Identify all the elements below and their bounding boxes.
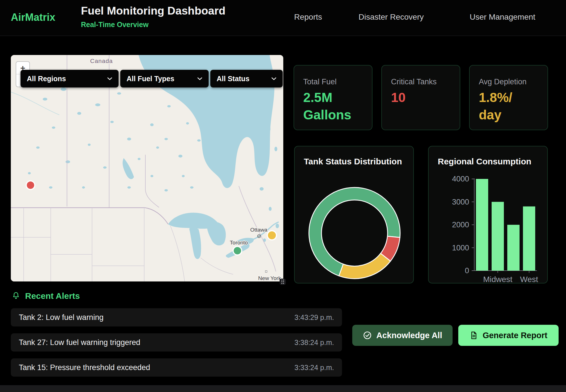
new-york-city-marker-icon — [265, 271, 267, 272]
regional-consumption-chart-card: Regional Consumption 01000200030004000Mi… — [428, 146, 548, 283]
y-tick-label: 2000 — [452, 220, 469, 229]
stat-value: 10 — [391, 89, 406, 106]
resize-handle-icon[interactable] — [280, 279, 286, 285]
page-subtitle: Real-Time Overview — [81, 21, 148, 29]
map-label-toronto: Toronto — [230, 240, 248, 246]
alert-row[interactable]: Tank 27: Low fuel warning triggered3:38:… — [11, 333, 342, 352]
stat-card-total-fuel: Total Fuel 2.5M Gallons — [294, 65, 372, 130]
tank-status-chart-card: Tank Status Distribution — [294, 146, 414, 283]
tank-marker-warning[interactable] — [267, 231, 276, 240]
donut-slice[interactable] — [339, 253, 390, 279]
stat-value: 2.5M Gallons — [303, 89, 351, 123]
map-canvas[interactable]: Canada Ottawa Toronto New York — [11, 55, 283, 281]
check-circle-icon — [363, 331, 372, 340]
app-header: AirMatrix Fuel Monitoring Dashboard Real… — [0, 0, 566, 36]
status-filter-dropdown[interactable]: All Status — [210, 70, 283, 87]
stat-label: Avg Depletion — [479, 77, 527, 86]
alert-row[interactable]: Tank 15: Pressure threshold exceeded3:33… — [11, 358, 342, 377]
alert-time: 3:43:29 p.m. — [294, 313, 334, 322]
alert-time: 3:38:24 p.m. — [294, 338, 334, 347]
tank-marker-critical[interactable] — [26, 181, 35, 189]
nav-disaster-recovery[interactable]: Disaster Recovery — [359, 13, 424, 22]
acknowledge-all-label: Acknowledge All — [376, 331, 442, 340]
bell-icon — [11, 291, 21, 301]
fuel-type-filter-dropdown[interactable]: All Fuel Types — [120, 70, 209, 87]
y-tick-label: 0 — [465, 266, 469, 275]
fuel-type-filter-value: All Fuel Types — [127, 75, 174, 83]
y-tick-label: 4000 — [452, 175, 469, 183]
alert-text: Tank 27: Low fuel warning triggered — [19, 338, 140, 347]
generate-report-label: Generate Report — [482, 331, 547, 340]
alerts-list: Tank 2: Low fuel warning3:43:29 p.m.Tank… — [11, 308, 342, 383]
bottom-bar — [0, 385, 566, 392]
alerts-header: Recent Alerts — [11, 291, 80, 301]
stat-value: 1.8%/ day — [479, 89, 512, 123]
fuel-monitoring-dashboard: AirMatrix Fuel Monitoring Dashboard Real… — [0, 0, 566, 392]
bar[interactable] — [476, 179, 488, 271]
bar-chart: 01000200030004000MidwestWest — [429, 146, 548, 284]
map-filter-bar: All Regions All Fuel Types All Status — [21, 70, 283, 87]
map-label-new-york: New York — [258, 275, 281, 281]
document-icon — [469, 331, 478, 340]
stat-card-critical-tanks: Critical Tanks 10 — [381, 65, 460, 130]
chevron-down-icon — [271, 77, 276, 80]
nav-user-management[interactable]: User Management — [470, 13, 535, 22]
brand-logo[interactable]: AirMatrix — [11, 11, 55, 23]
generate-report-button[interactable]: Generate Report — [458, 325, 559, 346]
acknowledge-all-button[interactable]: Acknowledge All — [352, 325, 453, 346]
map-panel[interactable]: Canada Ottawa Toronto New York + − All R… — [11, 55, 283, 281]
alerts-heading: Recent Alerts — [25, 291, 80, 301]
y-tick-label: 3000 — [452, 198, 469, 206]
stat-label: Total Fuel — [303, 77, 337, 86]
alert-time: 3:33:24 p.m. — [294, 364, 334, 372]
region-filter-value: All Regions — [27, 75, 66, 83]
nav-reports[interactable]: Reports — [294, 13, 322, 22]
chevron-down-icon — [107, 77, 112, 80]
map-label-canada: Canada — [90, 58, 113, 64]
alert-row[interactable]: Tank 2: Low fuel warning3:43:29 p.m. — [11, 308, 342, 326]
alert-text: Tank 15: Pressure threshold exceeded — [19, 363, 150, 372]
page-title: Fuel Monitoring Dashboard — [81, 5, 225, 17]
chevron-down-icon — [197, 77, 202, 80]
alert-text: Tank 2: Low fuel warning — [19, 313, 103, 322]
x-tick-label: West — [520, 275, 538, 284]
stat-card-avg-depletion: Avg Depletion 1.8%/ day — [469, 65, 548, 130]
y-tick-label: 1000 — [452, 244, 469, 252]
bar[interactable] — [523, 207, 535, 271]
tank-marker-normal[interactable] — [233, 246, 242, 255]
bar[interactable] — [492, 202, 504, 271]
bar[interactable] — [507, 225, 520, 271]
x-tick-label: Midwest — [483, 275, 512, 284]
map-label-ottawa: Ottawa — [250, 227, 268, 233]
stat-label: Critical Tanks — [391, 77, 437, 86]
donut-chart — [295, 146, 414, 284]
status-filter-value: All Status — [217, 75, 249, 83]
region-filter-dropdown[interactable]: All Regions — [21, 70, 119, 87]
